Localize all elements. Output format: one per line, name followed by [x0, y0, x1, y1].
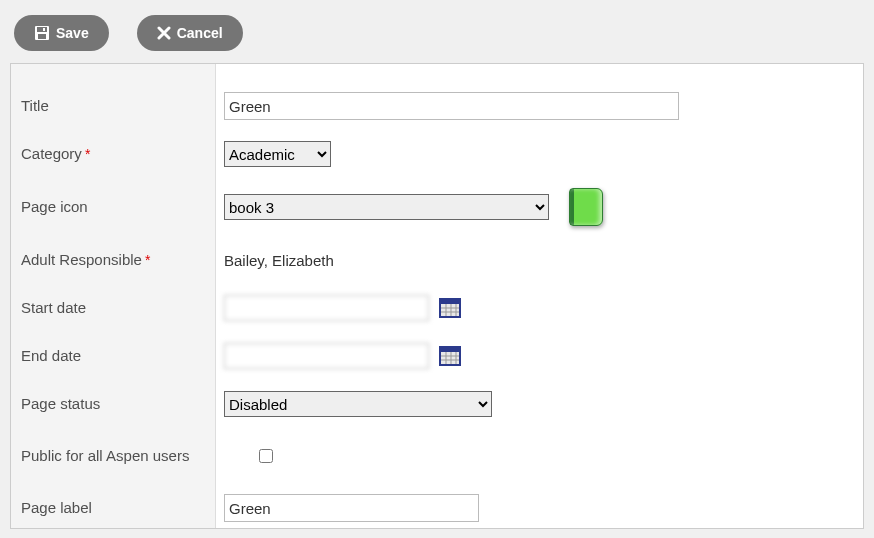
book-icon — [569, 188, 603, 226]
form-fields-column: Academic book 3 Bailey, Elizabeth — [216, 64, 863, 528]
save-icon — [34, 25, 50, 41]
calendar-icon — [439, 298, 461, 318]
label-category: Category — [21, 144, 82, 164]
label-end-date: End date — [21, 346, 81, 366]
end-date-calendar-button[interactable] — [439, 346, 461, 366]
public-all-checkbox[interactable] — [259, 449, 273, 463]
label-page-label: Page label — [21, 498, 92, 518]
cancel-button-label: Cancel — [177, 25, 223, 41]
svg-rect-1 — [37, 27, 47, 32]
label-adult-responsible: Adult Responsible — [21, 250, 142, 270]
label-page-status: Page status — [21, 394, 100, 414]
end-date-input[interactable] — [224, 343, 429, 369]
label-start-date: Start date — [21, 298, 86, 318]
start-date-input[interactable] — [224, 295, 429, 321]
close-icon — [157, 26, 171, 40]
toolbar: Save Cancel — [10, 10, 864, 63]
form-panel: Title Category* Page icon Adult Responsi… — [10, 63, 864, 529]
required-mark: * — [145, 252, 150, 268]
svg-rect-2 — [38, 34, 46, 39]
page-label-input[interactable] — [224, 494, 479, 522]
form-labels-column: Title Category* Page icon Adult Responsi… — [11, 64, 216, 528]
start-date-calendar-button[interactable] — [439, 298, 461, 318]
label-page-icon: Page icon — [21, 197, 88, 217]
category-select[interactable]: Academic — [224, 141, 331, 167]
calendar-icon — [439, 346, 461, 366]
save-button[interactable]: Save — [14, 15, 109, 51]
title-input[interactable] — [224, 92, 679, 120]
save-button-label: Save — [56, 25, 89, 41]
required-mark: * — [85, 146, 90, 162]
page-status-select[interactable]: Disabled — [224, 391, 492, 417]
label-public-all: Public for all Aspen users — [21, 447, 189, 466]
label-title: Title — [21, 96, 49, 116]
cancel-button[interactable]: Cancel — [137, 15, 243, 51]
page-icon-select[interactable]: book 3 — [224, 194, 549, 220]
adult-responsible-value: Bailey, Elizabeth — [224, 252, 334, 269]
svg-rect-3 — [43, 28, 45, 31]
